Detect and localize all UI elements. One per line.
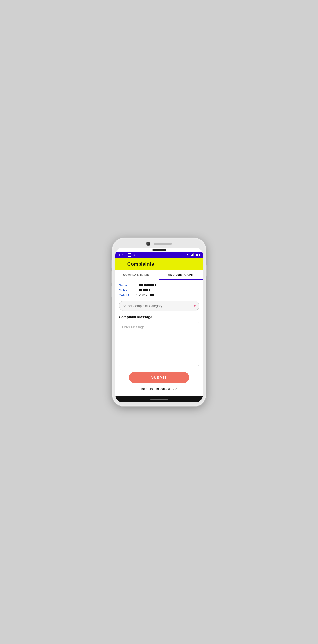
name-label: Name	[119, 284, 135, 287]
user-info: Name : Mobile :	[119, 284, 199, 297]
status-bar: 11:10 ⊙ ▼	[115, 252, 203, 258]
redacted-mobile-3	[149, 289, 150, 291]
bottom-bar-indicator	[150, 399, 168, 400]
mobile-label: Mobile	[119, 288, 135, 292]
battery-icon	[195, 254, 200, 256]
complaint-message-section: Complaint Message	[119, 315, 199, 368]
bottom-bar	[115, 396, 203, 402]
phone-speaker	[154, 242, 172, 245]
message-textarea[interactable]	[119, 322, 199, 366]
redacted-name-2	[144, 284, 147, 286]
tabs: COMPLAINTS LIST ADD COMPLAINT	[115, 270, 203, 280]
status-icon-square	[128, 253, 131, 257]
redacted-name-3	[147, 284, 154, 286]
category-dropdown-wrapper: Select Complaint Category ▾	[119, 300, 199, 311]
tab-add-complaint[interactable]: ADD COMPLAINT	[159, 270, 203, 280]
contact-link[interactable]: for more info contact us ?	[141, 387, 177, 390]
caf-label: CAF ID	[119, 294, 135, 297]
complaint-message-label: Complaint Message	[119, 315, 199, 319]
category-dropdown[interactable]: Select Complaint Category	[119, 300, 199, 311]
page-title: Complaints	[127, 261, 154, 267]
app-header: ← Complaints	[115, 258, 203, 270]
status-time: 11:10	[118, 253, 126, 257]
status-icon-dollar: ⊙	[132, 253, 135, 257]
wifi-icon: ▼	[186, 253, 189, 256]
caf-row: CAF ID : 200125	[119, 294, 199, 297]
mobile-row: Mobile :	[119, 288, 199, 292]
mobile-colon: :	[136, 288, 137, 292]
signal-icon	[190, 253, 194, 256]
name-colon: :	[136, 284, 137, 287]
back-button[interactable]: ←	[119, 261, 124, 267]
redacted-name-4	[155, 284, 156, 286]
phone-camera	[146, 242, 150, 246]
name-row: Name :	[119, 284, 199, 287]
mobile-value	[139, 289, 150, 291]
main-content: Name : Mobile :	[115, 280, 203, 396]
phone-notch	[152, 249, 166, 251]
caf-value: 200125	[139, 294, 154, 297]
name-value	[139, 284, 156, 286]
redacted-caf	[150, 294, 154, 296]
submit-button[interactable]: SUBMIT	[129, 372, 189, 383]
tab-complaints-list[interactable]: COMPLAINTS LIST	[115, 270, 159, 280]
redacted-mobile-2	[143, 289, 148, 291]
redacted-name-1	[139, 284, 143, 286]
contact-link-wrapper: for more info contact us ?	[119, 386, 199, 391]
redacted-mobile-1	[139, 289, 142, 291]
caf-colon: :	[136, 294, 137, 297]
